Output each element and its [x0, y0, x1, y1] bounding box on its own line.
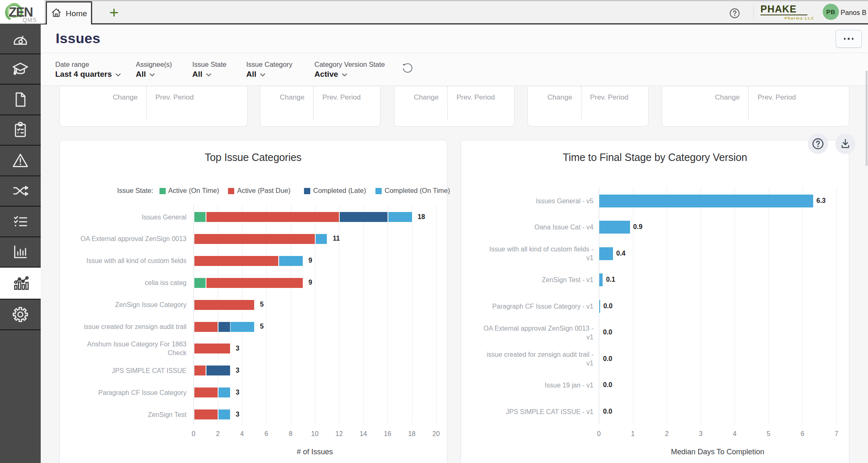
new-tab-button[interactable] [107, 6, 121, 19]
bar-segment-completed-late-[interactable] [340, 212, 387, 222]
bar-segment-active-past-due-[interactable] [194, 256, 279, 266]
gridline [701, 188, 701, 424]
scrollbar-thumb[interactable] [866, 71, 868, 166]
bar-segment-active-past-due-[interactable] [206, 278, 303, 288]
filter-value-text: Last 4 quarters [55, 70, 112, 79]
kpi-card-3: ChangePrev. Period [394, 87, 515, 127]
bar-segment-completed-on-time-[interactable] [230, 322, 254, 332]
kpi-prev-period-label: Prev. Period [590, 93, 628, 102]
x-tick-label: 3 [692, 430, 709, 438]
analytics-icon [11, 274, 29, 292]
legend-item-label[interactable]: Completed (On Time) [385, 187, 450, 195]
bar-value-label: 0.0 [603, 381, 612, 389]
bar-total-label: 5 [260, 301, 264, 308]
bar[interactable] [599, 221, 630, 234]
graduation-cap-icon [11, 60, 29, 78]
main-content: Issues Date rangeLast 4 quartersAssignee… [41, 24, 868, 463]
filter-value-dropdown[interactable]: All [192, 70, 211, 79]
bar-segment-completed-on-time-[interactable] [316, 234, 327, 244]
sidebar-item-training[interactable] [0, 54, 41, 85]
bar[interactable] [599, 195, 813, 207]
gear-icon [11, 305, 29, 324]
bar-segment-active-past-due-[interactable] [194, 344, 230, 353]
sidebar-item-change-control[interactable] [0, 176, 41, 207]
category-label: Paragraph CF Issue Category [60, 388, 187, 397]
sidebar-item-analytics[interactable] [0, 268, 41, 300]
kpi-card-5: ChangePrev. Period [662, 87, 849, 127]
gridline [363, 205, 364, 424]
bar-segment-active-past-due-[interactable] [194, 322, 218, 332]
x-axis-title: Median Days To Completion [647, 448, 788, 456]
bar[interactable] [599, 300, 600, 313]
bar-value-label: 6.3 [817, 197, 826, 205]
org-name: PHAKE [760, 4, 814, 15]
chart-title-right: Time to Final Stage by Category Version [461, 151, 849, 163]
refresh-button[interactable] [401, 61, 413, 73]
x-tick-label: 2 [209, 430, 226, 438]
bar-segment-completed-on-time-[interactable] [218, 409, 230, 419]
filter-bar: Date rangeLast 4 quartersAssignee(s)AllI… [41, 53, 868, 86]
chart-download-button[interactable] [835, 134, 856, 154]
legend-item-label[interactable]: Active (Past Due) [237, 187, 290, 195]
bar-segment-active-on-time-[interactable] [194, 278, 206, 288]
legend-swatch-2 [228, 188, 234, 194]
chevron-down-icon [206, 70, 211, 79]
filter-value-dropdown[interactable]: All [136, 70, 155, 79]
bar-segment-completed-late-[interactable] [206, 366, 230, 375]
bar-segment-completed-on-time-[interactable] [388, 212, 412, 222]
sidebar-item-settings[interactable] [0, 300, 41, 330]
zenqms-app: ZEN QMS Home [0, 0, 868, 463]
bar-segment-active-past-due-[interactable] [194, 409, 218, 419]
bar-total-label: 9 [309, 279, 312, 286]
bar-segment-active-past-due-[interactable] [206, 212, 339, 222]
filter-label: Category Version State [314, 61, 385, 68]
chart-card-top-issue-categories: Top Issue Categories Issue State:Active … [59, 140, 447, 463]
legend-item-label[interactable]: Completed (Late) [313, 187, 366, 195]
user-name[interactable]: Panos B [841, 9, 866, 17]
avatar[interactable]: PB [823, 4, 839, 20]
sidebar-item-reports[interactable] [0, 237, 41, 268]
filter-value-dropdown[interactable]: Last 4 quarters [55, 70, 121, 79]
sidebar-item-dashboard[interactable] [0, 24, 41, 54]
category-label: Anshum Issue Category For 1863Check [60, 340, 187, 357]
help-icon[interactable] [729, 8, 740, 19]
qms-text: QMS [22, 17, 37, 23]
bar[interactable] [599, 247, 613, 260]
filter-value-text: All [136, 70, 146, 79]
bar-value-label: 0.0 [603, 329, 612, 336]
bar-segment-active-past-due-[interactable] [194, 300, 255, 310]
filter-value-dropdown[interactable]: Active [314, 70, 347, 79]
page-header: Issues [41, 24, 868, 53]
topbar-strip [0, 0, 868, 1]
sidebar-item-audits[interactable] [0, 115, 41, 146]
x-tick-label: 8 [282, 430, 299, 438]
chart-help-button[interactable] [808, 134, 828, 154]
chart-title-left: Top Issue Categories [60, 151, 447, 163]
filter-value-dropdown[interactable]: All [246, 70, 265, 79]
checklist-icon [11, 212, 29, 231]
legend-item-label[interactable]: Active (On Time) [168, 187, 219, 195]
tab-home[interactable]: Home [46, 1, 92, 24]
gridline [387, 205, 388, 424]
bar-value-label: 0.1 [606, 276, 615, 283]
shuffle-icon [11, 182, 29, 200]
bar-segment-active-on-time-[interactable] [194, 212, 206, 222]
bar-segment-completed-on-time-[interactable] [279, 256, 303, 266]
filter-value-text: Active [314, 70, 338, 79]
sidebar-item-tasks[interactable] [0, 207, 41, 237]
x-tick-label: 20 [428, 430, 444, 438]
bar[interactable] [599, 273, 603, 286]
x-tick-label: 18 [404, 430, 420, 438]
more-options-button[interactable] [836, 30, 862, 48]
refresh-icon [401, 61, 413, 73]
sidebar-item-issues[interactable] [0, 146, 41, 176]
category-label: Issue 19 jan - v1 [461, 381, 593, 390]
bar-segment-completed-on-time-[interactable] [218, 387, 230, 397]
bar-segment-completed-late-[interactable] [218, 322, 230, 332]
bar-segment-active-past-due-[interactable] [194, 387, 218, 397]
bar-segment-active-past-due-[interactable] [194, 234, 315, 244]
x-tick-label: 14 [355, 430, 372, 438]
bar-segment-active-past-due-[interactable] [194, 366, 206, 375]
sidebar-item-documents[interactable] [0, 85, 41, 115]
zenqms-logo[interactable]: ZEN QMS [0, 0, 45, 24]
